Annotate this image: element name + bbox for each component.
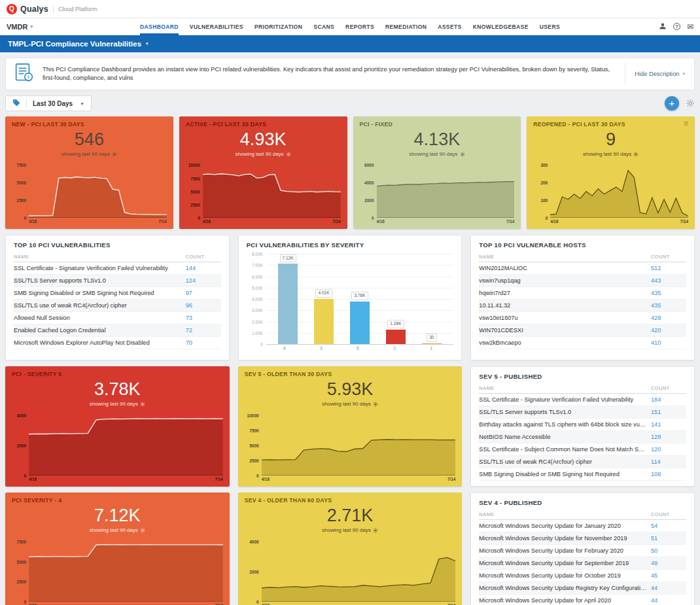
row-count-link[interactable]: 512 — [651, 265, 686, 271]
stat-card-sev5-older-than-30-days[interactable]: SEV 5 - OLDER THAN 30 DAYS 5.93K showing… — [238, 366, 463, 487]
gear-icon[interactable] — [373, 528, 378, 533]
table-row[interactable]: SSL Certificate - Signature Verification… — [479, 394, 686, 406]
severity-bar[interactable]: 3.78K — [342, 254, 378, 344]
row-count-link[interactable]: 44 — [651, 597, 686, 604]
severity-bar[interactable]: 4.01K — [306, 254, 342, 344]
table-row[interactable]: WIN701CDESXI420 — [479, 324, 686, 337]
nav-prioritization[interactable]: PRIORITIZATION — [254, 18, 302, 35]
row-count-link[interactable]: 114 — [651, 458, 686, 465]
table-row[interactable]: vsw2kBmcaepo410 — [479, 337, 686, 349]
row-count-link[interactable]: 184 — [651, 396, 686, 403]
table-row[interactable]: Microsoft Windows Security Update for Ja… — [479, 520, 686, 532]
app-selector-vmdr[interactable]: VMDR ▾ — [7, 23, 85, 31]
table-row[interactable]: vsw10et1607u429 — [479, 312, 686, 324]
add-widget-button[interactable]: + — [665, 96, 679, 111]
gear-icon[interactable] — [460, 152, 465, 157]
severity-bar[interactable]: 1.28K — [377, 254, 413, 344]
date-range-filter[interactable]: Last 30 Days ▼ — [5, 95, 92, 111]
qualys-logo[interactable]: Q Qualys Cloud Platform — [7, 4, 97, 14]
gear-icon[interactable] — [140, 402, 145, 407]
row-count-link[interactable]: 72 — [186, 327, 221, 334]
stat-card-pci-severity-4[interactable]: PCI SEVERITY - 4 7.12K showing last 90 d… — [5, 493, 230, 605]
stat-card-pci-fixed[interactable]: PCI - FIXED 4.13K showing last 90 days 6… — [353, 116, 521, 229]
row-count-link[interactable]: 73 — [186, 315, 221, 321]
table-row[interactable]: Birthday attacks against TLS ciphers wit… — [479, 419, 686, 431]
table-row[interactable]: Microsoft Windows Security Update Regist… — [479, 582, 686, 595]
row-count-link[interactable]: 151 — [651, 409, 686, 415]
severity-bar[interactable]: 7.12K — [270, 254, 306, 344]
row-count-link[interactable]: 97 — [186, 290, 221, 296]
nav-vulnerabilities[interactable]: VULNERABILITIES — [190, 18, 243, 35]
row-count-link[interactable]: 70 — [186, 339, 221, 346]
table-row[interactable]: SMB Signing Disabled or SMB Signing Not … — [14, 287, 221, 300]
stat-card-active-pci-last-30-days[interactable]: ACTIVE - PCI LAST 30 DAYS 4.93K showing … — [179, 116, 347, 229]
row-count-link[interactable]: 120 — [651, 446, 686, 453]
nav-dashboard[interactable]: DASHBOARD — [140, 18, 179, 35]
nav-users[interactable]: USERS — [540, 18, 560, 35]
stat-card-reopened-pci-last-30-days[interactable]: REOPENED - PCI LAST 30 DAYS ≡ 9 showing … — [527, 116, 695, 229]
dashboard-title-bar[interactable]: TMPL-PCI Compliance Vulnerabilities ▾ — [0, 35, 700, 52]
stat-card-new-pci-last-30-days[interactable]: NEW - PCI LAST 30 DAYS 546 showing last … — [5, 116, 173, 229]
row-count-link[interactable]: 108 — [651, 471, 686, 477]
row-count-link[interactable]: 50 — [651, 547, 686, 554]
table-row[interactable]: Allowed Null Session73 — [14, 312, 221, 324]
user-icon[interactable] — [659, 21, 667, 33]
row-count-link[interactable]: 51 — [651, 535, 686, 542]
table-row[interactable]: WIN2012MALIOC512 — [479, 262, 686, 275]
table-row[interactable]: Microsoft Windows Security Update for Se… — [479, 557, 686, 570]
chevron-down-icon: ▼ — [80, 101, 84, 106]
gear-icon[interactable] — [286, 152, 291, 157]
table-row[interactable]: Microsoft Windows Security Update for No… — [479, 532, 686, 545]
table-row[interactable]: SSL/TLS Server supports TLSv1.0124 — [14, 275, 221, 287]
row-count-link[interactable]: 443 — [651, 277, 686, 284]
row-count-link[interactable]: 141 — [651, 421, 686, 428]
gear-icon[interactable] — [140, 528, 145, 533]
sev4-row: PCI SEVERITY - 4 7.12K showing last 90 d… — [5, 493, 695, 605]
help-icon[interactable]: ? — [673, 23, 680, 30]
row-count-link[interactable]: 435 — [651, 290, 686, 296]
row-count-link[interactable]: 96 — [186, 302, 221, 309]
row-count-link[interactable]: 44 — [651, 585, 686, 591]
table-row[interactable]: Microsoft Windows Explorer AutoPlay Not … — [14, 337, 221, 349]
menu-icon[interactable]: ≡ — [684, 121, 688, 128]
table-row[interactable]: Microsoft Windows Security Update for Oc… — [479, 570, 686, 582]
dashboard-settings-gear-icon[interactable] — [686, 99, 695, 108]
nav-reports[interactable]: REPORTS — [345, 18, 374, 35]
row-count-link[interactable]: 420 — [651, 327, 686, 334]
table-row[interactable]: SMB Signing Disabled or SMB Signing Not … — [479, 468, 686, 481]
table-row[interactable]: NetBIOS Name Accessible128 — [479, 431, 686, 443]
table-row[interactable]: SSL/TLS Server supports TLSv1.0151 — [479, 406, 686, 419]
divider — [53, 5, 54, 13]
row-count-link[interactable]: 429 — [651, 315, 686, 321]
row-count-link[interactable]: 128 — [651, 434, 686, 440]
nav-assets[interactable]: ASSETS — [438, 18, 461, 35]
nav-scans[interactable]: SCANS — [313, 18, 334, 35]
row-count-link[interactable]: 144 — [186, 265, 221, 271]
row-count-link[interactable]: 45 — [651, 572, 686, 579]
table-row[interactable]: hqwin7rd27435 — [479, 287, 686, 300]
table-row[interactable]: vswin7usp1qag443 — [479, 275, 686, 287]
table-row[interactable]: 10.11.41.32435 — [479, 300, 686, 312]
row-count-link[interactable]: 410 — [651, 339, 686, 346]
table-row[interactable]: Enabled Cached Logon Credential72 — [14, 324, 221, 337]
table-row[interactable]: SSL Certificate - Signature Verification… — [14, 262, 221, 275]
row-count-link[interactable]: 435 — [651, 302, 686, 309]
hide-description-toggle[interactable]: Hide Description ▾ — [625, 63, 685, 85]
table-row[interactable]: SSL/TLS use of weak RC4(Arcfour) cipher9… — [14, 300, 221, 312]
severity-bar[interactable]: 30 — [413, 254, 449, 344]
stat-card-sev4-older-than-60-days[interactable]: SEV 4 - OLDER THAN 60 DAYS 2.71K showing… — [238, 493, 463, 605]
table-row[interactable]: SSL/TLS use of weak RC4(Arcfour) cipher1… — [479, 456, 686, 468]
table-row[interactable]: Microsoft Windows Security Update for Ap… — [479, 595, 686, 605]
gear-icon[interactable] — [633, 152, 639, 157]
stat-card-pci-severity-5[interactable]: PCI - SEVERITY 5 3.78K showing last 90 d… — [5, 366, 230, 487]
table-row[interactable]: Microsoft Windows Security Update for Fe… — [479, 545, 686, 557]
row-count-link[interactable]: 124 — [186, 277, 221, 284]
row-count-link[interactable]: 54 — [651, 523, 686, 529]
gear-icon[interactable] — [373, 402, 378, 407]
row-count-link[interactable]: 49 — [651, 560, 686, 566]
nav-knowledgebase[interactable]: KNOWLEDGEBASE — [473, 18, 529, 35]
mail-icon[interactable]: ✉ — [687, 23, 693, 31]
table-row[interactable]: SSL Certificate - Subject Common Name Do… — [479, 443, 686, 456]
gear-icon[interactable] — [112, 152, 117, 157]
nav-remediation[interactable]: REMEDIATION — [385, 18, 427, 35]
